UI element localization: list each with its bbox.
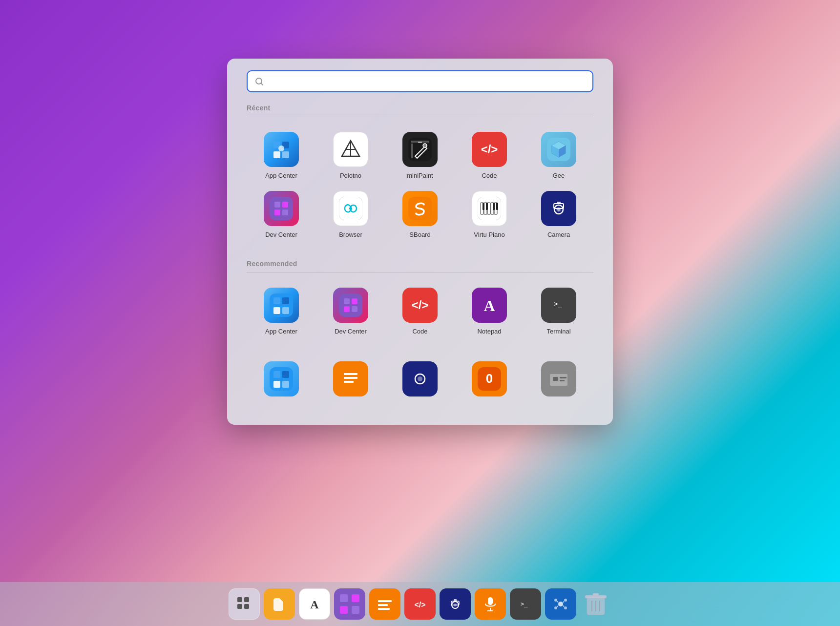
svg-rect-13: [411, 144, 413, 158]
partial-icon-5: [541, 361, 576, 396]
svg-text:</>: </>: [412, 298, 429, 312]
svg-rect-67: [282, 371, 289, 378]
svg-rect-40: [496, 203, 498, 210]
svg-rect-115: [593, 593, 599, 596]
svg-point-14: [423, 144, 427, 147]
dock-item-launcher[interactable]: [229, 588, 260, 620]
svg-rect-49: [282, 307, 289, 314]
dock-item-dev-center[interactable]: [334, 588, 365, 620]
dev-center-label: Dev Center: [265, 231, 297, 238]
app-center-rec-label: App Center: [265, 328, 297, 335]
app-item-virtu-piano[interactable]: Virtu Piano: [455, 186, 524, 245]
app-item-notepad[interactable]: A Notepad: [455, 283, 524, 342]
svg-point-29: [349, 207, 352, 210]
app-center-icon: [264, 132, 299, 167]
app-item-camera[interactable]: Camera: [524, 186, 593, 245]
svg-line-109: [557, 601, 558, 603]
svg-rect-3: [282, 151, 289, 158]
dock-item-font[interactable]: A: [299, 588, 330, 620]
partial-app-2[interactable]: [316, 356, 385, 401]
dock-item-mic[interactable]: [475, 588, 506, 620]
camera-label: Camera: [547, 231, 570, 238]
svg-text:</>: </>: [414, 601, 425, 609]
dock-item-terminal[interactable]: >_: [510, 588, 541, 620]
svg-rect-24: [274, 202, 280, 208]
svg-rect-25: [282, 202, 288, 208]
svg-rect-55: [344, 306, 350, 312]
recent-section-header: Récent: [247, 104, 593, 112]
partial-app-5[interactable]: [524, 356, 593, 401]
dock-item-code[interactable]: </>: [404, 588, 436, 620]
sboard-label: SBoard: [409, 231, 430, 238]
svg-rect-82: [237, 597, 242, 602]
svg-rect-88: [340, 594, 348, 602]
svg-line-110: [563, 601, 564, 603]
svg-point-6: [278, 146, 284, 151]
svg-rect-81: [560, 380, 565, 381]
partial-app-1[interactable]: [247, 356, 316, 401]
app-item-polotno[interactable]: Polotno: [316, 127, 385, 186]
dock-item-trash[interactable]: [580, 588, 611, 620]
svg-line-1: [261, 83, 263, 85]
svg-rect-54: [352, 298, 357, 304]
recommended-divider: [247, 272, 593, 273]
svg-rect-23: [270, 197, 293, 220]
app-item-dev-center-rec[interactable]: Dev Center: [316, 283, 385, 342]
app-item-code-rec[interactable]: </> Code: [385, 283, 455, 342]
svg-rect-15: [418, 142, 422, 143]
app-item-dev-center[interactable]: Dev Center: [247, 186, 316, 245]
partial-icon-1: [264, 361, 299, 396]
svg-rect-70: [344, 381, 354, 383]
svg-rect-99: [454, 599, 457, 602]
dock-item-camera[interactable]: [440, 588, 471, 620]
app-item-browser[interactable]: Browser: [316, 186, 385, 245]
recommended-app-grid: App Center De: [247, 283, 593, 342]
app-item-app-center-rec[interactable]: App Center: [247, 283, 316, 342]
svg-rect-85: [244, 604, 249, 609]
code-icon: </>: [472, 132, 507, 167]
search-icon: [254, 77, 264, 86]
svg-text:>_: >_: [554, 300, 562, 308]
terminal-icon: >_: [541, 288, 576, 323]
svg-rect-91: [352, 606, 359, 614]
app-item-app-center[interactable]: App Center: [247, 127, 316, 186]
svg-rect-92: [378, 600, 392, 602]
search-input[interactable]: [268, 76, 586, 86]
svg-rect-80: [560, 377, 567, 378]
svg-rect-83: [244, 597, 249, 602]
svg-point-74: [418, 376, 422, 381]
app-item-minipaint[interactable]: miniPaint: [385, 127, 455, 186]
partial-icon-2: [333, 361, 368, 396]
app-item-gee[interactable]: Gee: [524, 127, 593, 186]
browser-label: Browser: [339, 231, 362, 238]
svg-rect-65: [282, 381, 289, 388]
app-item-sboard[interactable]: SBoard: [385, 186, 455, 245]
svg-rect-87: [334, 588, 365, 620]
dock-item-polotno[interactable]: [369, 588, 400, 620]
svg-rect-94: [378, 608, 390, 610]
notepad-icon: A: [472, 288, 507, 323]
recommended-section-header: Recommended: [247, 260, 593, 268]
dock-item-files[interactable]: [264, 588, 295, 620]
svg-text:0: 0: [486, 371, 493, 386]
partial-app-3[interactable]: [385, 356, 455, 401]
svg-rect-2: [273, 151, 280, 158]
svg-rect-52: [339, 293, 362, 317]
notepad-label: Notepad: [477, 328, 501, 335]
app-item-terminal[interactable]: >_ Terminal: [524, 283, 593, 342]
minipaint-label: miniPaint: [407, 172, 433, 179]
svg-rect-39: [493, 203, 495, 210]
svg-rect-26: [274, 209, 280, 215]
app-item-code[interactable]: </> Code: [455, 127, 524, 186]
svg-rect-90: [340, 606, 348, 614]
svg-rect-84: [237, 604, 242, 609]
app-center-label: App Center: [265, 172, 297, 179]
sboard-icon: [402, 191, 438, 226]
dock-item-network[interactable]: [545, 588, 576, 620]
partial-app-4[interactable]: 0: [455, 356, 524, 401]
camera-icon: [541, 191, 576, 226]
svg-rect-47: [270, 293, 293, 317]
svg-rect-38: [486, 203, 488, 210]
svg-rect-78: [550, 374, 567, 386]
dev-center-icon: [264, 191, 299, 226]
